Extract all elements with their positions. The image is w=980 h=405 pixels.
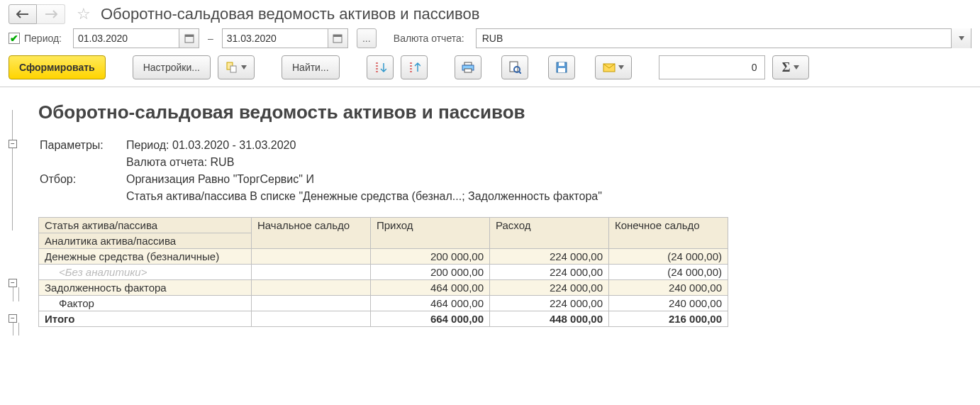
col-header-item: Статья актива/пассива xyxy=(39,218,252,233)
params-label: Параметры: xyxy=(40,138,125,153)
date-to-input[interactable]: 31.03.2020 xyxy=(222,28,328,48)
col-header-out: Расход xyxy=(490,218,609,249)
svg-rect-5 xyxy=(230,66,236,72)
paste-settings-button[interactable] xyxy=(218,55,255,79)
nav-group xyxy=(9,4,65,24)
forward-button[interactable] xyxy=(37,4,65,24)
title-bar: ☆ Оборотно-сальдовая ведомость активов и… xyxy=(0,0,980,26)
filter-label: Отбор: xyxy=(40,172,125,187)
date-from-group: 01.03.2020 xyxy=(73,28,199,48)
number-field[interactable]: 0 xyxy=(659,55,765,79)
calendar-icon[interactable] xyxy=(179,28,199,48)
currency-value: RUB xyxy=(477,33,951,44)
svg-rect-6 xyxy=(464,62,472,65)
currency-select[interactable]: RUB xyxy=(476,28,971,48)
email-button[interactable] xyxy=(595,55,632,79)
back-button[interactable] xyxy=(9,4,37,24)
table-row[interactable]: <Без аналитики> 200 000,00 224 000,00 (2… xyxy=(39,265,728,280)
generate-button[interactable]: Сформировать xyxy=(9,55,106,79)
settings-button[interactable]: Настройки... xyxy=(133,55,211,79)
filter-line-1: Организация Равно "ТоргСервис" И xyxy=(126,172,609,187)
action-bar: Сформировать Настройки... Найти... 0 Σ xyxy=(0,51,980,87)
report-params: Параметры: Период: 01.03.2020 - 31.03.20… xyxy=(38,136,611,206)
report-content: Оборотно-сальдовая ведомость активов и п… xyxy=(33,93,980,341)
date-to-group: 31.03.2020 xyxy=(222,28,348,48)
col-header-start: Начальное сальдо xyxy=(252,218,371,249)
period-checkbox[interactable]: ✔ xyxy=(9,33,20,44)
tree-gutter: − − − xyxy=(9,93,33,341)
find-button[interactable]: Найти... xyxy=(282,55,340,79)
table-row[interactable]: Фактор 464 000,00 224 000,00 240 000,00 xyxy=(39,296,728,311)
col-header-end: Конечное сальдо xyxy=(609,218,728,249)
date-from-input[interactable]: 01.03.2020 xyxy=(73,28,179,48)
svg-rect-3 xyxy=(333,35,342,37)
svg-rect-1 xyxy=(185,35,194,37)
chevron-down-icon[interactable] xyxy=(951,28,971,48)
page-title: Оборотно-сальдовая ведомость активов и п… xyxy=(101,5,479,23)
report-title: Оборотно-сальдовая ведомость активов и п… xyxy=(38,101,980,123)
save-button[interactable] xyxy=(548,55,575,79)
table-row[interactable]: Задолженность фактора 464 000,00 224 000… xyxy=(39,280,728,296)
calendar-icon[interactable] xyxy=(328,28,348,48)
period-label: Период: xyxy=(24,33,62,44)
filter-line-2: Статья актива/пассива В списке "Денежные… xyxy=(126,189,609,204)
currency-label: Валюта отчета: xyxy=(394,33,464,44)
table-total-row: Итого 664 000,00 448 000,00 216 000,00 xyxy=(39,311,728,327)
col-header-analytics: Аналитика актива/пассива xyxy=(39,233,252,249)
expand-tree-button[interactable] xyxy=(367,55,394,79)
svg-rect-13 xyxy=(558,68,565,72)
date-dash: – xyxy=(208,33,213,44)
preview-button[interactable] xyxy=(501,55,528,79)
favorite-star-icon[interactable]: ☆ xyxy=(77,5,91,23)
filter-bar: ✔ Период: 01.03.2020 – 31.03.2020 ... Ва… xyxy=(0,26,980,51)
table-row[interactable]: Денежные средства (безналичные) 200 000,… xyxy=(39,249,728,265)
col-header-in: Приход xyxy=(371,218,490,249)
svg-rect-12 xyxy=(559,62,564,66)
collapse-tree-button[interactable] xyxy=(401,55,428,79)
report-table: Статья актива/пассива Начальное сальдо П… xyxy=(38,217,728,327)
report-area: − − − Оборотно-сальдовая ведомость актив… xyxy=(0,87,980,341)
tree-toggle[interactable]: − xyxy=(9,279,17,287)
tree-toggle[interactable]: − xyxy=(9,314,17,323)
sum-button[interactable]: Σ xyxy=(772,55,809,79)
period-select-button[interactable]: ... xyxy=(357,28,377,48)
param-period: Период: 01.03.2020 - 31.03.2020 xyxy=(126,138,609,153)
tree-toggle[interactable]: − xyxy=(9,140,17,148)
param-currency: Валюта отчета: RUB xyxy=(126,155,609,170)
svg-rect-8 xyxy=(464,69,472,72)
print-button[interactable] xyxy=(455,55,481,79)
